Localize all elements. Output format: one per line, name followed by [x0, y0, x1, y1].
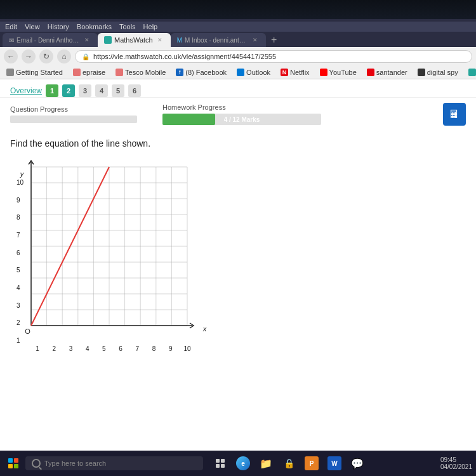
taskbar: Type here to search e 📁 🔒 [0, 451, 476, 476]
bm-outlook-label: Outlook [246, 69, 270, 76]
y-label-3: 3 [17, 302, 23, 309]
svg-rect-0 [216, 459, 220, 463]
browser-chrome: Edit View History Bookmarks Tools Help ✉… [0, 19, 476, 79]
calculator-icon[interactable]: 🖩 [443, 103, 466, 126]
menu-edit[interactable]: Edit [5, 23, 17, 30]
tab-inbox-label: M Inbox - denni.anthony@bedfor... [185, 37, 248, 44]
menu-tools[interactable]: Tools [119, 23, 136, 30]
bookmark-facebook[interactable]: f (8) Facebook [173, 68, 229, 77]
bookmark-mathswatch[interactable]: MathsWatch [466, 68, 476, 77]
url-text: https://vle.mathswatch.co.uk/vle/assignm… [93, 53, 276, 60]
svg-rect-2 [216, 464, 220, 468]
tab-3[interactable]: 3 [79, 84, 91, 97]
y-label-8: 8 [17, 214, 23, 221]
win-logo-red [14, 458, 18, 463]
bookmark-epraise[interactable]: epraise [70, 68, 108, 77]
win-logo-blue [8, 458, 13, 463]
teams-taskbar-icon[interactable]: 💬 [348, 454, 367, 473]
win-logo-green [14, 464, 18, 468]
overview-tab[interactable]: Overview [10, 86, 42, 95]
x-label-8: 8 [147, 345, 161, 352]
taskbar-search-icon [32, 459, 41, 468]
win-logo-yellow [8, 464, 13, 468]
word-taskbar-icon[interactable]: W [325, 454, 344, 473]
x-label-6: 6 [114, 345, 128, 352]
windows-logo [8, 458, 18, 468]
tab-inbox-icon: M [177, 37, 182, 44]
y-label-10: 10 [17, 179, 23, 186]
bm-santander-icon [367, 69, 374, 76]
task-view-button[interactable] [211, 454, 230, 473]
tabs-row: ✉ Email - Denni Anthony - Outlo... ✕ Mat… [0, 33, 476, 47]
homework-progress-label: Homework Progress [162, 103, 321, 111]
tab-5[interactable]: 5 [112, 84, 124, 97]
bookmark-santander[interactable]: santander [364, 68, 410, 77]
y-label-6: 6 [17, 249, 23, 256]
y-label-9: 9 [17, 197, 23, 204]
bookmark-netflix[interactable]: N Netflix [278, 68, 312, 77]
tab-mathswatch-close[interactable]: ✕ [155, 36, 164, 44]
question-area: Find the equation of the line shown. y 1… [0, 131, 476, 460]
bookmark-digital-spy[interactable]: digital spy [415, 68, 461, 77]
bm-digital-spy-icon [418, 69, 425, 76]
tab-inbox-close[interactable]: ✕ [251, 36, 260, 44]
tab-mathswatch[interactable]: MathsWatch ✕ [98, 33, 171, 47]
menu-history[interactable]: History [48, 23, 69, 30]
menu-view[interactable]: View [25, 23, 40, 30]
y-label-1: 1 [17, 337, 23, 344]
bookmark-tesco[interactable]: Tesco Mobile [113, 68, 168, 77]
security-taskbar-icon[interactable]: 🔒 [279, 454, 298, 473]
svg-rect-1 [221, 459, 225, 463]
bm-youtube-icon [320, 69, 327, 76]
menu-bookmarks[interactable]: Bookmarks [77, 23, 112, 30]
home-button[interactable]: ⌂ [57, 50, 71, 63]
tab-email-close[interactable]: ✕ [83, 36, 91, 44]
taskbar-search-text: Type here to search [44, 459, 106, 467]
x-label-7: 7 [130, 345, 144, 352]
mw-tabs-row: Overview 1 2 3 4 5 6 [10, 84, 466, 97]
bookmark-outlook[interactable]: Outlook [234, 68, 273, 77]
bookmark-getting-started[interactable]: Getting Started [4, 68, 65, 77]
x-label-9: 9 [164, 345, 178, 352]
tab-2[interactable]: 2 [62, 84, 75, 97]
taskbar-search[interactable]: Type here to search [25, 456, 203, 470]
mathswatch-header: Overview 1 2 3 4 5 6 [0, 79, 476, 98]
tab-email-icon: ✉ [9, 37, 14, 44]
x-label-4: 4 [81, 345, 95, 352]
settings-taskbar-icon[interactable]: P [302, 454, 321, 473]
taskbar-time: 09:4504/02/2021 [440, 456, 472, 470]
bm-epraise-label: epraise [83, 69, 105, 76]
homework-progress-bar: 4 / 12 Marks [162, 114, 321, 125]
back-button[interactable]: ← [4, 50, 18, 63]
origin-label: O [25, 327, 30, 335]
tab-email[interactable]: ✉ Email - Denni Anthony - Outlo... ✕ [3, 33, 98, 47]
x-label-3: 3 [63, 345, 77, 352]
page-content: Overview 1 2 3 4 5 6 Question Progress H… [0, 79, 476, 460]
y-label-2: 2 [17, 319, 23, 326]
address-row: ← → ↻ ⌂ 🔒 https://vle.mathswatch.co.uk/v… [0, 47, 476, 66]
tab-6[interactable]: 6 [128, 84, 141, 97]
refresh-button[interactable]: ↻ [39, 50, 53, 63]
x-axis-label: x [203, 325, 207, 333]
x-label-5: 5 [97, 345, 111, 352]
forward-button[interactable]: → [22, 50, 36, 63]
tab-1[interactable]: 1 [46, 84, 58, 97]
browser-taskbar-icon[interactable]: e [234, 454, 253, 473]
canvas-wrapper: x O [26, 158, 197, 344]
bm-netflix-label: Netflix [290, 69, 310, 76]
tab-inbox[interactable]: M M Inbox - denni.anthony@bedfor... ✕ [171, 33, 266, 47]
file-explorer-taskbar-icon[interactable]: 📁 [256, 454, 275, 473]
question-progress-label: Question Progress [10, 105, 137, 113]
new-tab-button[interactable]: + [266, 33, 282, 47]
bm-outlook-icon [237, 69, 244, 76]
question-progress-bar [10, 116, 137, 123]
tab-mathswatch-icon [104, 36, 112, 44]
address-bar[interactable]: 🔒 https://vle.mathswatch.co.uk/vle/assig… [75, 50, 472, 63]
tab-4[interactable]: 4 [95, 84, 108, 97]
windows-start-button[interactable] [4, 454, 23, 473]
bm-epraise-icon [73, 69, 81, 76]
y-label-4: 4 [17, 284, 23, 291]
menu-help[interactable]: Help [143, 23, 158, 30]
homework-progress-col: Homework Progress 4 / 12 Marks [162, 103, 321, 125]
bookmark-youtube[interactable]: YouTube [317, 68, 359, 77]
